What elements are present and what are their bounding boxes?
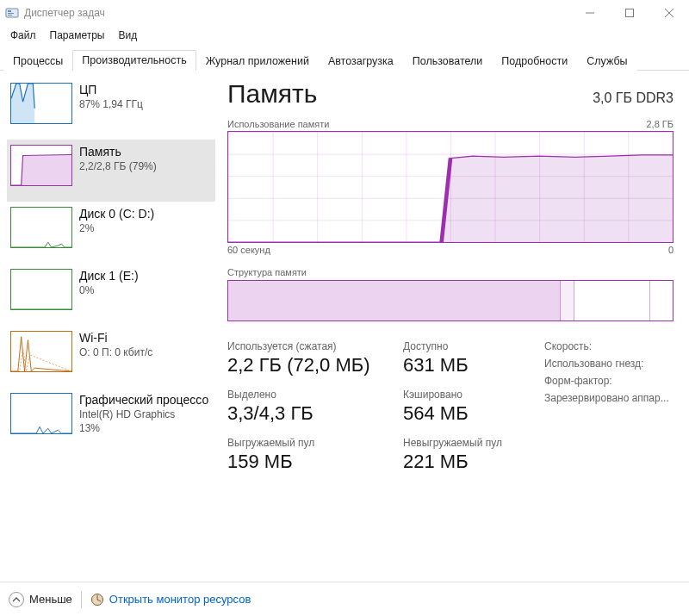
maximize-button[interactable]	[610, 0, 649, 26]
sidebar-cpu-title: ЦП	[79, 83, 143, 96]
composition-free	[650, 281, 673, 320]
stat-committed-label: Выделено	[227, 389, 400, 401]
stat-in-use-value: 2,2 ГБ (72,0 МБ)	[227, 354, 400, 376]
detail-panel: Память 3,0 ГБ DDR3 Использование памяти …	[215, 71, 689, 582]
stat-paged-value: 159 МБ	[227, 451, 400, 473]
usage-chart-label-right: 2,8 ГБ	[646, 119, 673, 129]
stat-nonpaged-label: Невыгружаемый пул	[403, 437, 541, 449]
sidebar-item-gpu[interactable]: Графический процессор Intel(R) HD Graphi…	[7, 388, 215, 450]
memory-composition-bar[interactable]	[227, 280, 673, 321]
sidebar-item-cpu[interactable]: ЦП 87% 1,94 ГГц	[7, 78, 215, 140]
stat-available-label: Доступно	[403, 340, 541, 352]
menu-file[interactable]: Файл	[3, 28, 43, 43]
menu-options[interactable]: Параметры	[43, 28, 112, 43]
sidebar-item-wifi[interactable]: Wi-Fi О: 0 П: 0 кбит/с	[7, 326, 215, 388]
tab-processes[interactable]: Процессы	[3, 51, 72, 71]
gpu-sparkline	[10, 393, 72, 434]
tab-app-history[interactable]: Журнал приложений	[196, 51, 319, 71]
disk1-sparkline	[10, 269, 72, 310]
info-slots: Использовано гнезд:	[544, 358, 682, 370]
usage-chart-x-right: 0	[668, 245, 673, 255]
composition-label: Структура памяти	[227, 267, 673, 277]
stat-cached-label: Кэшировано	[403, 389, 541, 401]
stat-paged-label: Выгружаемый пул	[227, 437, 400, 449]
composition-standby	[574, 281, 650, 320]
info-speed: Скорость:	[544, 340, 682, 352]
fewer-details-button[interactable]: Меньше	[9, 592, 72, 607]
minimize-button[interactable]	[570, 0, 610, 26]
detail-total: 3,0 ГБ DDR3	[593, 90, 673, 106]
window-title: Диспетчер задач	[24, 7, 105, 19]
menu-bar: Файл Параметры Вид	[0, 26, 689, 45]
open-resource-monitor-label: Открыть монитор ресурсов	[109, 593, 251, 606]
sidebar-gpu-sub1: Intel(R) HD Graphics	[79, 408, 208, 420]
window-controls	[570, 0, 689, 26]
sidebar-disk1-sub: 0%	[79, 284, 139, 296]
stat-committed-value: 3,3/4,3 ГБ	[227, 402, 400, 425]
sidebar-item-memory[interactable]: Память 2,2/2,8 ГБ (79%)	[7, 140, 215, 202]
stat-nonpaged-value: 221 МБ	[403, 451, 541, 473]
stat-cached-value: 564 МБ	[403, 402, 541, 425]
tab-bar: Процессы Производительность Журнал прило…	[0, 45, 689, 71]
content: ЦП 87% 1,94 ГГц Память 2,2/2,8 ГБ (79%)	[0, 71, 689, 582]
wifi-sparkline	[10, 331, 72, 372]
tab-performance[interactable]: Производительность	[72, 50, 196, 71]
info-form: Форм-фактор:	[544, 375, 682, 387]
chevron-up-icon	[9, 592, 24, 607]
footer-separator	[81, 591, 82, 608]
svg-rect-3	[8, 15, 12, 16]
open-resource-monitor-link[interactable]: Открыть монитор ресурсов	[90, 593, 251, 607]
memory-usage-chart[interactable]	[227, 131, 673, 243]
tab-services[interactable]: Службы	[577, 51, 636, 71]
memory-sparkline	[10, 145, 72, 186]
sidebar-disk0-title: Диск 0 (C: D:)	[79, 207, 154, 221]
info-reserved: Зарезервировано аппар...	[544, 392, 682, 404]
stat-available-value: 631 МБ	[403, 354, 541, 376]
composition-used	[228, 281, 561, 320]
memory-stats: Используется (сжатая) 2,2 ГБ (72,0 МБ) Д…	[227, 340, 673, 473]
sidebar-wifi-title: Wi-Fi	[79, 331, 152, 345]
tab-startup[interactable]: Автозагрузка	[319, 51, 403, 71]
sidebar-memory-title: Память	[79, 145, 157, 159]
sidebar-disk0-sub: 2%	[79, 222, 154, 234]
sidebar: ЦП 87% 1,94 ГГц Память 2,2/2,8 ГБ (79%)	[0, 71, 215, 582]
sidebar-item-disk1[interactable]: Диск 1 (E:) 0%	[7, 264, 215, 326]
svg-rect-2	[8, 13, 14, 14]
disk0-sparkline	[10, 207, 72, 248]
sidebar-gpu-sub2: 13%	[79, 422, 208, 434]
sidebar-cpu-sub: 87% 1,94 ГГц	[79, 98, 143, 110]
stat-in-use-label: Используется (сжатая)	[227, 340, 400, 352]
svg-rect-1	[8, 10, 11, 12]
footer: Меньше Открыть монитор ресурсов	[0, 582, 689, 616]
title-bar: Диспетчер задач	[0, 0, 689, 26]
composition-modified	[561, 281, 574, 320]
sidebar-memory-sub: 2,2/2,8 ГБ (79%)	[79, 160, 157, 172]
fewer-details-label: Меньше	[29, 593, 72, 607]
sidebar-wifi-sub: О: 0 П: 0 кбит/с	[79, 346, 152, 358]
tab-users[interactable]: Пользователи	[403, 51, 493, 71]
usage-chart-x-left: 60 секунд	[227, 245, 270, 255]
svg-rect-5	[626, 9, 634, 17]
menu-view[interactable]: Вид	[111, 28, 144, 43]
tab-details[interactable]: Подробности	[492, 51, 577, 71]
cpu-sparkline	[10, 83, 72, 124]
sidebar-item-disk0[interactable]: Диск 0 (C: D:) 2%	[7, 202, 215, 264]
resource-monitor-icon	[90, 593, 104, 607]
close-button[interactable]	[649, 0, 689, 26]
sidebar-gpu-title: Графический процессор	[79, 393, 208, 407]
app-icon	[5, 6, 19, 20]
usage-chart-label-left: Использование памяти	[227, 119, 329, 129]
detail-title: Память	[227, 79, 318, 109]
sidebar-disk1-title: Диск 1 (E:)	[79, 269, 139, 283]
